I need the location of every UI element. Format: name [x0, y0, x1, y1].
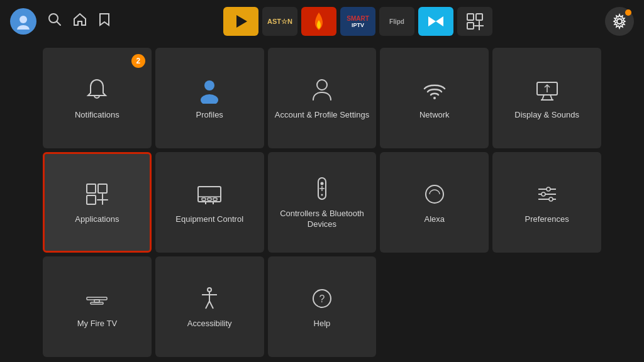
tile-notifications[interactable]: 2 Notifications — [43, 48, 152, 148]
tile-alexa-label: Alexa — [425, 214, 445, 225]
svg-point-0 — [19, 16, 27, 23]
top-bar-apps: AST☆N SMART IPTV Flipd — [117, 7, 599, 36]
svg-line-52 — [206, 301, 209, 309]
svg-point-12 — [617, 19, 622, 24]
app-grid-add[interactable] — [457, 7, 492, 36]
svg-line-3 — [57, 22, 61, 26]
tile-accessibility[interactable]: Accessibility — [155, 256, 264, 357]
home-icon[interactable] — [73, 13, 87, 30]
app-kodi[interactable] — [418, 7, 453, 36]
svg-rect-31 — [213, 198, 217, 200]
tile-help-label: Help — [314, 319, 331, 329]
settings-gear-button[interactable] — [605, 7, 634, 36]
accessibility-icon — [196, 285, 223, 312]
tile-account-label: Account & Profile Settings — [275, 110, 369, 121]
firetv-icon — [83, 285, 111, 312]
tile-accessibility-label: Accessibility — [187, 319, 232, 329]
svg-line-19 — [550, 95, 552, 100]
tile-preferences[interactable]: Preferences — [492, 152, 601, 253]
tile-preferences-label: Preferences — [525, 214, 569, 225]
tile-myfiretv-label: My Fire TV — [77, 319, 117, 329]
svg-rect-30 — [208, 198, 211, 200]
tile-display-label: Display & Sounds — [514, 110, 579, 121]
notification-badge: 2 — [131, 54, 145, 68]
avatar[interactable] — [10, 8, 36, 35]
svg-line-53 — [209, 301, 213, 309]
top-bar: AST☆N SMART IPTV Flipd — [0, 0, 644, 43]
tile-notifications-label: Notifications — [75, 110, 119, 121]
svg-point-45 — [549, 197, 553, 201]
top-bar-right — [605, 7, 634, 36]
svg-text:?: ? — [319, 293, 325, 304]
top-bar-left — [10, 8, 111, 35]
svg-rect-24 — [87, 195, 96, 204]
app-astro[interactable]: AST☆N — [262, 7, 297, 36]
svg-rect-29 — [202, 198, 206, 200]
svg-point-15 — [317, 80, 327, 90]
svg-point-13 — [204, 80, 214, 90]
gear-notification-dot — [625, 9, 631, 16]
svg-rect-23 — [98, 184, 107, 193]
help-icon: ? — [308, 285, 336, 312]
bell-icon — [83, 76, 111, 104]
svg-rect-7 — [467, 14, 474, 20]
app-fire[interactable] — [301, 7, 336, 36]
svg-point-49 — [208, 288, 211, 292]
tile-network-label: Network — [419, 110, 450, 121]
svg-rect-9 — [467, 23, 474, 29]
svg-line-18 — [542, 95, 544, 100]
settings-grid: 2 Notifications Profiles Account & Profi… — [0, 43, 644, 362]
wifi-icon — [421, 76, 448, 104]
svg-point-16 — [433, 97, 436, 99]
tile-display[interactable]: Display & Sounds — [492, 48, 601, 148]
sliders-icon — [533, 180, 561, 208]
svg-point-39 — [426, 185, 443, 203]
tv-icon — [196, 180, 223, 208]
tile-applications[interactable]: Applications — [43, 152, 152, 253]
tile-network[interactable]: Network — [380, 48, 489, 148]
alexa-icon — [421, 180, 448, 208]
tile-help[interactable]: ? Help — [268, 256, 377, 357]
remote-icon — [308, 175, 336, 202]
bookmark-icon[interactable] — [98, 13, 111, 30]
tile-myfiretv[interactable]: My Fire TV — [43, 256, 152, 357]
app-smartiptv[interactable]: SMART IPTV — [340, 7, 375, 36]
tile-profiles[interactable]: Profiles — [155, 48, 264, 148]
tile-alexa[interactable]: Alexa — [380, 152, 489, 253]
svg-marker-4 — [236, 15, 247, 28]
svg-point-44 — [541, 192, 545, 196]
tile-equipment-label: Equipment Control — [175, 214, 243, 225]
apps-icon — [83, 180, 111, 208]
svg-point-14 — [201, 94, 218, 104]
tile-controllers[interactable]: Controllers & Bluetooth Devices — [268, 152, 377, 253]
tile-controllers-label: Controllers & Bluetooth Devices — [274, 209, 370, 230]
svg-rect-22 — [87, 184, 96, 193]
svg-point-43 — [547, 187, 550, 191]
svg-point-35 — [320, 182, 323, 185]
svg-rect-48 — [91, 302, 103, 304]
tile-equipment[interactable]: Equipment Control — [155, 152, 264, 253]
svg-point-1 — [17, 25, 30, 30]
svg-point-38 — [321, 194, 323, 196]
svg-marker-6 — [436, 16, 443, 26]
person-icon — [196, 76, 223, 104]
app-plex[interactable] — [223, 7, 258, 36]
display-icon — [533, 76, 561, 104]
tile-applications-label: Applications — [75, 214, 119, 225]
app-flipd[interactable]: Flipd — [379, 7, 414, 36]
search-icon[interactable] — [48, 13, 62, 30]
tile-profiles-label: Profiles — [196, 110, 223, 121]
svg-rect-8 — [476, 14, 482, 20]
svg-marker-5 — [428, 16, 436, 26]
tile-account[interactable]: Account & Profile Settings — [268, 48, 377, 148]
person-outline-icon — [308, 76, 336, 104]
